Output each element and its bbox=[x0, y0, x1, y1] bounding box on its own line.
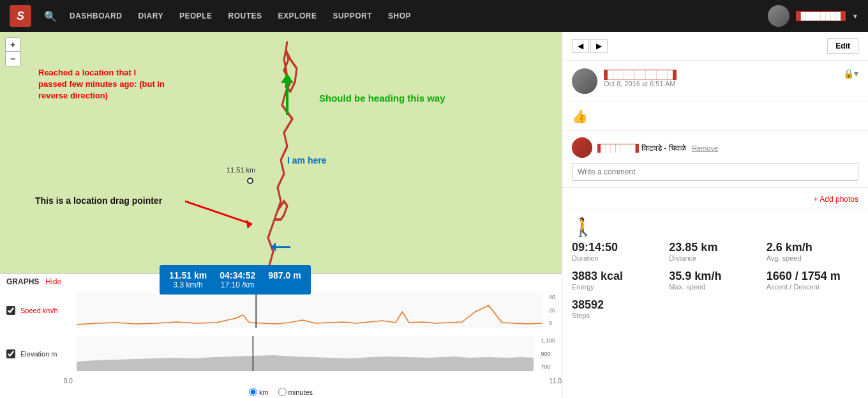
annotation-reached: Reached a location that I passed few min… bbox=[38, 67, 166, 102]
tooltip-elevation: 987.0 m bbox=[268, 270, 301, 289]
elevation-chart bbox=[77, 336, 534, 371]
remove-comment-link[interactable]: Remove bbox=[692, 144, 718, 152]
tooltip-time-val: 04:34:52 bbox=[220, 270, 255, 280]
stat-steps: 38592 Steps bbox=[572, 298, 664, 319]
avatar[interactable] bbox=[768, 5, 789, 27]
ascent-label: Ascent / Descent bbox=[767, 283, 858, 291]
nav-links: DASHBOARD DIARY PEOPLE ROUTES EXPLORE SU… bbox=[70, 11, 755, 20]
graphs-hide-button[interactable]: Hide bbox=[45, 277, 61, 286]
nav-explore[interactable]: EXPLORE bbox=[278, 11, 317, 20]
green-arrow bbox=[274, 70, 300, 124]
map-area[interactable]: + − bbox=[0, 32, 562, 398]
graphs-title: GRAPHS bbox=[6, 277, 39, 286]
speed-graph-row: Speed km/h 40 20 0 bbox=[6, 293, 555, 328]
ascent-value: 1660 / 1754 m bbox=[767, 270, 858, 283]
tooltip-elevation-val: 987.0 m bbox=[268, 270, 301, 280]
activity-username: ████████████ bbox=[604, 70, 677, 80]
km-distance-label: 11.51 km bbox=[227, 166, 255, 174]
nav-dropdown-arrow[interactable]: ▼ bbox=[852, 13, 858, 20]
nav-next-button[interactable]: ▶ bbox=[590, 39, 608, 53]
activity-date: Oct 8, 2016 at 6:51 AM bbox=[604, 80, 837, 88]
tooltip-time-sub: 17:10 /km bbox=[221, 280, 255, 289]
elevation-checkbox[interactable] bbox=[6, 349, 15, 358]
privacy-lock-icon[interactable]: 🔒▾ bbox=[843, 68, 858, 79]
nav-prev-button[interactable]: ◀ bbox=[572, 39, 589, 53]
steps-label: Steps bbox=[572, 312, 664, 319]
minutes-option[interactable]: minutes bbox=[278, 388, 313, 396]
tooltip-time: 04:34:52 17:10 /km bbox=[220, 270, 255, 289]
elevation-y-labels: 1,100 900 700 bbox=[541, 336, 555, 371]
panel-nav-buttons: ◀ ▶ bbox=[572, 39, 608, 53]
annotation-heading: Should be heading this way bbox=[319, 93, 445, 103]
max-speed-label: Max. speed bbox=[669, 283, 761, 291]
commenter-avatar bbox=[572, 137, 592, 158]
speed-label: Speed km/h bbox=[20, 307, 71, 314]
search-icon[interactable]: 🔍 bbox=[44, 10, 57, 22]
tooltip-distance-val: 11.51 km bbox=[169, 270, 207, 280]
svg-line-0 bbox=[185, 201, 252, 224]
top-navigation: S 🔍 DASHBOARD DIARY PEOPLE ROUTES EXPLOR… bbox=[0, 0, 868, 32]
duration-value: 09:14:50 bbox=[572, 241, 664, 254]
steps-value: 38592 bbox=[572, 298, 664, 312]
route-position-dot[interactable] bbox=[247, 178, 253, 184]
stat-ascent: 1660 / 1754 m Ascent / Descent bbox=[767, 270, 858, 291]
elevation-graph-row: Elevation m 1,100 900 700 bbox=[6, 336, 555, 371]
stats-section: 🚶 09:14:50 Duration 23.85 km Distance 2.… bbox=[562, 210, 868, 326]
elevation-label: Elevation m bbox=[20, 350, 71, 358]
username-label: ████████ bbox=[796, 11, 846, 21]
energy-value: 3883 kcal bbox=[572, 270, 664, 283]
activity-type-icon: 🚶 bbox=[572, 217, 858, 238]
nav-shop[interactable]: SHOP bbox=[388, 11, 411, 20]
unit-selector: km minutes bbox=[0, 386, 562, 398]
distance-label: Distance bbox=[669, 254, 761, 262]
edit-button[interactable]: Edit bbox=[827, 38, 858, 54]
nav-routes[interactable]: ROUTES bbox=[228, 11, 262, 20]
tooltip-distance: 11.51 km 3.3 km/h bbox=[169, 270, 207, 289]
comment-input[interactable] bbox=[572, 163, 858, 181]
avg-speed-value: 2.6 km/h bbox=[767, 241, 858, 254]
speed-graph-container: Speed km/h 40 20 0 bbox=[0, 289, 562, 333]
annotation-here: I am here bbox=[287, 155, 326, 165]
speed-checkbox[interactable] bbox=[6, 306, 15, 315]
speed-chart bbox=[77, 293, 542, 328]
stats-grid: 09:14:50 Duration 23.85 km Distance 2.6 … bbox=[572, 241, 858, 319]
stat-duration: 09:14:50 Duration bbox=[572, 241, 664, 262]
right-panel: ◀ ▶ Edit ████████████ Oct 8, 2016 at 6:5… bbox=[562, 32, 868, 398]
nav-support[interactable]: SUPPORT bbox=[333, 11, 372, 20]
map-tooltip: 11.51 km 3.3 km/h 04:34:52 17:10 /km 987… bbox=[160, 265, 311, 295]
nav-right: ████████ ▼ bbox=[768, 5, 858, 27]
nav-diary[interactable]: DIARY bbox=[138, 11, 163, 20]
activity-info: ████████████ Oct 8, 2016 at 6:51 AM bbox=[604, 68, 837, 88]
stat-distance: 23.85 km Distance bbox=[669, 241, 761, 262]
max-speed-value: 35.9 km/h bbox=[669, 270, 761, 283]
nav-dashboard[interactable]: DASHBOARD bbox=[70, 11, 123, 20]
energy-label: Energy bbox=[572, 283, 664, 291]
stat-energy: 3883 kcal Energy bbox=[572, 270, 664, 291]
distance-value: 23.85 km bbox=[669, 241, 761, 254]
comment-user-name: ███████ bbox=[597, 144, 639, 153]
km-option[interactable]: km bbox=[249, 388, 269, 396]
svg-marker-6 bbox=[281, 73, 294, 83]
stat-max-speed: 35.9 km/h Max. speed bbox=[669, 270, 761, 291]
main-layout: + − bbox=[0, 32, 868, 398]
commenter-row: ███████ किटवडे - चिवाळे Remove bbox=[572, 137, 858, 158]
tooltip-distance-sub: 3.3 km/h bbox=[174, 280, 203, 289]
zoom-in-button[interactable]: + bbox=[6, 38, 20, 52]
elevation-graph-container: Elevation m 1,100 900 700 bbox=[0, 333, 562, 376]
zoom-out-button[interactable]: − bbox=[6, 52, 20, 66]
comment-section: ███████ किटवडे - चिवाळे Remove bbox=[562, 131, 868, 188]
x-start: 0.0 bbox=[64, 378, 73, 385]
stat-avg-speed: 2.6 km/h Avg. speed bbox=[767, 241, 858, 262]
add-photos-section: + Add photos bbox=[562, 188, 868, 210]
add-photos-link[interactable]: + Add photos bbox=[814, 195, 858, 204]
duration-label: Duration bbox=[572, 254, 664, 262]
x-axis: 0.0 11.0 bbox=[0, 376, 562, 386]
like-button[interactable]: 👍 bbox=[572, 109, 588, 124]
app-logo[interactable]: S bbox=[10, 5, 31, 27]
x-mid: 11.0 bbox=[550, 378, 562, 385]
like-section: 👍 bbox=[562, 102, 868, 131]
speed-y-labels: 40 20 0 bbox=[549, 293, 555, 328]
zoom-controls: + − bbox=[5, 37, 20, 66]
nav-people[interactable]: PEOPLE bbox=[179, 11, 213, 20]
avg-speed-label: Avg. speed bbox=[767, 254, 858, 262]
